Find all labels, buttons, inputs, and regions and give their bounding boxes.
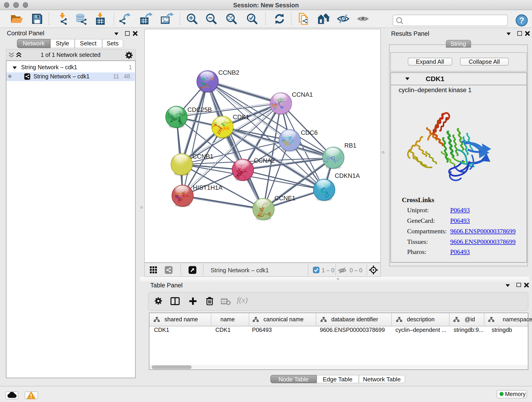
svg-text:?: ? xyxy=(519,16,524,25)
